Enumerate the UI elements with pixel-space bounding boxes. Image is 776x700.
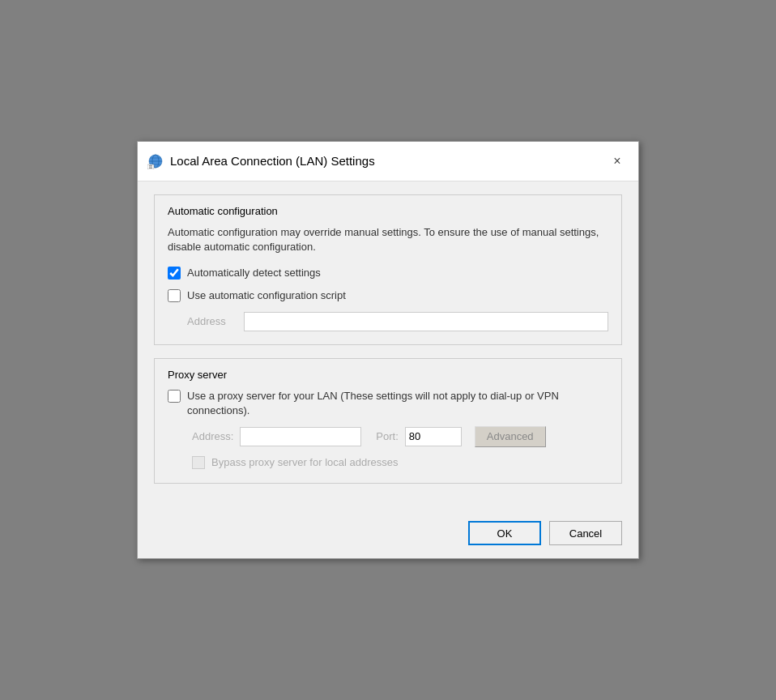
proxy-server-title: Proxy server (168, 369, 608, 381)
use-script-row: Use automatic configuration script (168, 288, 608, 303)
lan-settings-dialog: Local Area Connection (LAN) Settings × A… (137, 141, 639, 559)
proxy-port-label: Port: (376, 430, 398, 442)
use-proxy-label[interactable]: Use a proxy server for your LAN (These s… (187, 389, 608, 418)
script-address-row: Address (187, 312, 608, 331)
bypass-row: Bypass proxy server for local addresses (192, 455, 608, 470)
cancel-button[interactable]: Cancel (549, 521, 622, 545)
bypass-label: Bypass proxy server for local addresses (211, 455, 398, 470)
dialog-title: Local Area Connection (LAN) Settings (170, 154, 599, 168)
auto-detect-row: Automatically detect settings (168, 266, 608, 280)
proxy-address-input[interactable] (240, 427, 361, 446)
close-button[interactable]: × (606, 150, 629, 173)
advanced-button[interactable]: Advanced (475, 426, 546, 447)
globe-icon (147, 153, 164, 169)
dialog-body: Automatic configuration Automatic config… (138, 181, 638, 513)
footer: OK Cancel (138, 513, 638, 558)
use-proxy-row: Use a proxy server for your LAN (These s… (168, 389, 608, 418)
proxy-server-section: Proxy server Use a proxy server for your… (154, 358, 622, 484)
title-bar: Local Area Connection (LAN) Settings × (138, 142, 638, 181)
use-script-label[interactable]: Use automatic configuration script (187, 288, 346, 303)
bypass-checkbox[interactable] (192, 456, 205, 469)
proxy-port-input[interactable] (405, 427, 462, 446)
script-address-label: Address (187, 315, 236, 327)
use-proxy-checkbox[interactable] (168, 390, 181, 403)
automatic-config-section: Automatic configuration Automatic config… (154, 194, 622, 345)
auto-detect-checkbox[interactable] (168, 267, 181, 280)
proxy-address-row: Address: Port: Advanced (192, 426, 608, 447)
automatic-config-title: Automatic configuration (168, 205, 608, 217)
script-address-input[interactable] (244, 312, 608, 331)
proxy-address-label: Address: (192, 430, 233, 442)
auto-detect-label[interactable]: Automatically detect settings (187, 266, 321, 280)
ok-button[interactable]: OK (468, 521, 541, 545)
automatic-config-description: Automatic configuration may override man… (168, 225, 608, 254)
use-script-checkbox[interactable] (168, 289, 181, 302)
